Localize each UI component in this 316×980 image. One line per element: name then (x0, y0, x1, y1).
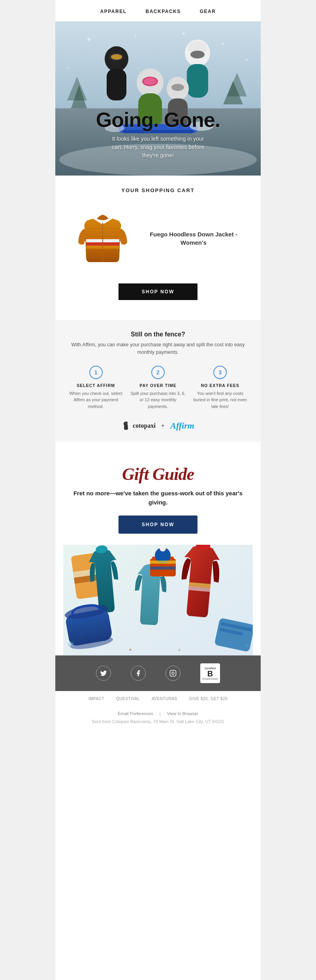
cart-title: YOUR SHOPPING CART (63, 187, 253, 193)
step-1-desc: When you check out, select Affirm as you… (67, 390, 124, 410)
hero-subtext: It looks like you left something in your… (107, 135, 209, 160)
nav-gear[interactable]: GEAR (200, 9, 216, 14)
product-row: Fuego Hoodless Down Jacket - Women's (63, 203, 253, 274)
hero-text-block: Going. Gone. It looks like you left some… (96, 110, 220, 176)
svg-text:❄: ❄ (245, 642, 250, 649)
email-preferences-link[interactable]: Email Preferences (118, 711, 153, 716)
gift-guide-shop-button[interactable]: SHOP NOW (118, 515, 198, 534)
gift-guide-collage: ❄ ❄ ❄ ✦ ✦ (63, 545, 253, 655)
svg-rect-8 (107, 69, 126, 100)
shop-now-button[interactable]: SHOP NOW (118, 283, 198, 300)
email-container: APPAREL BACKPACKS GEAR (55, 0, 261, 980)
svg-text:❄: ❄ (182, 31, 185, 36)
svg-text:❄: ❄ (67, 640, 74, 650)
svg-rect-38 (102, 230, 104, 231)
gift-guide-title: Gift Guide (63, 464, 253, 484)
svg-rect-39 (102, 233, 104, 234)
svg-text:✦: ✦ (128, 647, 132, 653)
svg-rect-62 (150, 566, 176, 570)
plus-sign: + (161, 422, 165, 429)
cotopaxi-text: cotopaxi (133, 422, 156, 429)
bcorp-b: B (207, 670, 213, 678)
footer-link-questival[interactable]: QUESTIVAL (116, 697, 140, 701)
affirm-logos: cotopaxi + Affirm (67, 421, 249, 431)
svg-rect-61 (150, 561, 176, 564)
step-2-desc: Split your purchase into 3, 6, or 12 eas… (129, 390, 186, 410)
twitter-icon[interactable] (96, 666, 111, 681)
bottom-links: Email Preferences | View In Browser (63, 711, 253, 716)
svg-rect-37 (102, 227, 104, 228)
nav-backpacks[interactable]: BACKPACKS (146, 9, 181, 14)
affirm-logo-text: Affirm (170, 421, 194, 431)
gift-guide-subtitle: Fret no more—we've taken the guess-work … (63, 489, 253, 507)
affirm-description: With Affirm, you can make your purchase … (67, 341, 249, 356)
divider: | (160, 711, 161, 716)
step-1-title: SELECT AFFIRM (67, 383, 124, 388)
product-image (71, 207, 134, 270)
svg-text:❄: ❄ (221, 42, 224, 46)
svg-point-10 (111, 54, 122, 60)
hero-heading: Going. Gone. (96, 110, 220, 130)
step-3-title: NO EXTRA FEES (192, 383, 249, 388)
step-3-circle: 3 (213, 366, 227, 379)
svg-point-63 (160, 545, 166, 551)
svg-point-46 (125, 423, 126, 424)
svg-rect-72 (170, 670, 176, 676)
footer-link-give[interactable]: GIVE $20, GET $20 (189, 697, 228, 701)
nav-apparel[interactable]: APPAREL (100, 9, 127, 14)
cotopaxi-logo: cotopaxi (122, 421, 156, 431)
footer-social: Certified B Corporation (55, 655, 261, 691)
footer-link-impact[interactable]: IMPACT (88, 697, 104, 701)
bottom-footer: Email Preferences | View In Browser Sent… (55, 703, 261, 736)
svg-point-14 (190, 51, 205, 59)
step-2-title: PAY OVER TIME (129, 383, 186, 388)
footer-address: Sent from Cotopaxi Basecamp, 74 Main St.… (63, 719, 253, 724)
affirm-step-2: 2 PAY OVER TIME Split your purchase into… (129, 366, 186, 410)
step-2-circle: 2 (151, 366, 165, 379)
step-3-desc: You won't find any costs buried in fine … (192, 390, 249, 410)
step-1-circle: 1 (89, 366, 103, 379)
affirm-steps: 1 SELECT AFFIRM When you check out, sele… (67, 366, 249, 410)
svg-text:❄: ❄ (245, 58, 248, 62)
svg-point-21 (171, 84, 184, 91)
affirm-step-3: 3 NO EXTRA FEES You won't find any costs… (192, 366, 249, 410)
bcorp-badge: Certified B Corporation (200, 663, 220, 683)
bcorp-corporation: Corporation (202, 678, 218, 680)
product-name: Fuego Hoodless Down Jacket - Women's (142, 230, 245, 247)
affirm-title: Still on the fence? (67, 331, 249, 338)
instagram-icon[interactable] (166, 666, 181, 681)
affirm-step-1: 1 SELECT AFFIRM When you check out, sele… (67, 366, 124, 410)
svg-text:❄: ❄ (67, 66, 70, 70)
svg-rect-12 (187, 64, 208, 98)
svg-text:✦: ✦ (178, 648, 181, 652)
svg-point-18 (144, 78, 156, 85)
view-browser-link[interactable]: View In Browser (167, 711, 198, 716)
footer-links: IMPACT QUESTIVAL AVENTURAS GIVE $20, GET… (55, 691, 261, 703)
svg-rect-36 (102, 223, 104, 225)
hero-section: ❄ ❄ ❄ ❄ ❄ ❄ Going. Gone. It looks like y… (55, 21, 261, 176)
affirm-section: Still on the fence? With Affirm, you can… (55, 320, 261, 442)
cart-section: YOUR SHOPPING CART (55, 176, 261, 312)
facebook-icon[interactable] (131, 666, 146, 681)
footer-link-aventuras[interactable]: AVENTURAS (152, 697, 177, 701)
navigation: APPAREL BACKPACKS GEAR (55, 0, 261, 21)
gift-guide-section: Gift Guide Fret no more—we've taken the … (55, 450, 261, 655)
svg-text:❄: ❄ (134, 34, 137, 38)
svg-text:❄: ❄ (87, 37, 91, 42)
